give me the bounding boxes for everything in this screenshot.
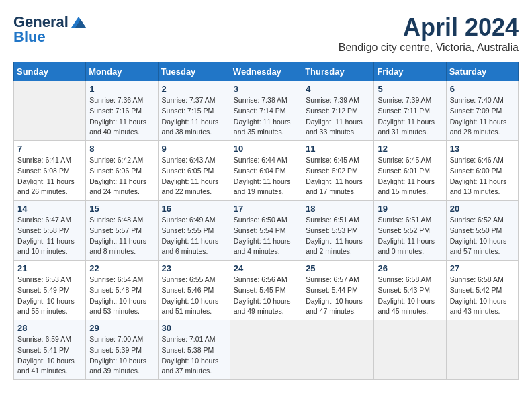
day-number: 23 <box>162 263 226 273</box>
calendar-cell <box>302 320 374 380</box>
day-info: Sunrise: 6:48 AM Sunset: 5:57 PM Dayligh… <box>89 215 154 257</box>
day-info: Sunrise: 6:51 AM Sunset: 5:53 PM Dayligh… <box>306 215 370 257</box>
calendar-cell: 27Sunrise: 6:58 AM Sunset: 5:42 PM Dayli… <box>446 261 518 320</box>
day-number: 30 <box>162 323 226 333</box>
day-info: Sunrise: 6:45 AM Sunset: 6:01 PM Dayligh… <box>378 155 442 197</box>
calendar-cell: 5Sunrise: 7:39 AM Sunset: 7:11 PM Daylig… <box>374 81 446 141</box>
day-number: 25 <box>306 263 370 273</box>
day-info: Sunrise: 6:59 AM Sunset: 5:41 PM Dayligh… <box>17 334 82 377</box>
day-info: Sunrise: 7:39 AM Sunset: 7:11 PM Dayligh… <box>378 95 442 138</box>
day-info: Sunrise: 6:46 AM Sunset: 6:00 PM Dayligh… <box>450 155 515 197</box>
calendar-cell: 9Sunrise: 6:43 AM Sunset: 6:05 PM Daylig… <box>158 141 230 201</box>
calendar-cell: 26Sunrise: 6:58 AM Sunset: 5:43 PM Dayli… <box>374 261 446 320</box>
day-info: Sunrise: 7:01 AM Sunset: 5:38 PM Dayligh… <box>162 334 226 377</box>
calendar-cell: 24Sunrise: 6:56 AM Sunset: 5:45 PM Dayli… <box>230 261 302 320</box>
location-title: Bendigo city centre, Victoria, Australia <box>339 42 519 54</box>
day-info: Sunrise: 6:43 AM Sunset: 6:05 PM Dayligh… <box>162 155 226 197</box>
day-info: Sunrise: 6:54 AM Sunset: 5:48 PM Dayligh… <box>89 275 154 317</box>
day-number: 26 <box>378 263 442 273</box>
day-number: 17 <box>234 203 298 214</box>
day-number: 9 <box>162 144 226 154</box>
day-info: Sunrise: 6:50 AM Sunset: 5:54 PM Dayligh… <box>234 215 298 257</box>
logo-icon <box>71 17 86 28</box>
calendar-cell: 16Sunrise: 6:49 AM Sunset: 5:55 PM Dayli… <box>158 201 230 261</box>
calendar-cell <box>230 320 302 380</box>
day-info: Sunrise: 7:40 AM Sunset: 7:09 PM Dayligh… <box>450 95 515 138</box>
calendar-cell: 8Sunrise: 6:42 AM Sunset: 6:06 PM Daylig… <box>86 141 158 201</box>
day-number: 28 <box>17 323 82 333</box>
day-info: Sunrise: 7:36 AM Sunset: 7:16 PM Dayligh… <box>89 95 154 138</box>
calendar-cell: 3Sunrise: 7:38 AM Sunset: 7:14 PM Daylig… <box>230 81 302 141</box>
calendar-cell: 29Sunrise: 7:00 AM Sunset: 5:39 PM Dayli… <box>86 320 158 380</box>
day-number: 6 <box>450 84 515 94</box>
day-number: 5 <box>378 84 442 94</box>
calendar-cell <box>446 320 518 380</box>
day-info: Sunrise: 7:00 AM Sunset: 5:39 PM Dayligh… <box>89 334 154 377</box>
calendar-cell: 12Sunrise: 6:45 AM Sunset: 6:01 PM Dayli… <box>374 141 446 201</box>
calendar-cell: 22Sunrise: 6:54 AM Sunset: 5:48 PM Dayli… <box>86 261 158 320</box>
day-info: Sunrise: 6:56 AM Sunset: 5:45 PM Dayligh… <box>234 275 298 317</box>
calendar-header-monday: Monday <box>86 62 158 81</box>
day-info: Sunrise: 6:52 AM Sunset: 5:50 PM Dayligh… <box>450 215 515 257</box>
day-info: Sunrise: 6:47 AM Sunset: 5:58 PM Dayligh… <box>17 215 82 257</box>
day-info: Sunrise: 7:38 AM Sunset: 7:14 PM Dayligh… <box>234 95 298 138</box>
day-number: 7 <box>17 144 82 154</box>
calendar-cell <box>374 320 446 380</box>
day-number: 16 <box>162 203 226 214</box>
day-info: Sunrise: 6:53 AM Sunset: 5:49 PM Dayligh… <box>17 275 82 317</box>
calendar-week-2: 7Sunrise: 6:41 AM Sunset: 6:08 PM Daylig… <box>14 141 519 201</box>
calendar-header-tuesday: Tuesday <box>158 62 230 81</box>
day-info: Sunrise: 6:41 AM Sunset: 6:08 PM Dayligh… <box>17 155 82 197</box>
logo-subtext: Blue <box>13 28 46 46</box>
day-number: 11 <box>306 144 370 154</box>
day-number: 21 <box>17 263 82 273</box>
calendar-week-5: 28Sunrise: 6:59 AM Sunset: 5:41 PM Dayli… <box>14 320 519 380</box>
day-number: 22 <box>89 263 154 273</box>
calendar-header-row: SundayMondayTuesdayWednesdayThursdayFrid… <box>14 62 519 81</box>
day-info: Sunrise: 7:39 AM Sunset: 7:12 PM Dayligh… <box>306 95 370 138</box>
day-info: Sunrise: 6:49 AM Sunset: 5:55 PM Dayligh… <box>162 215 226 257</box>
day-number: 12 <box>378 144 442 154</box>
day-info: Sunrise: 6:55 AM Sunset: 5:46 PM Dayligh… <box>162 275 226 317</box>
calendar-cell: 11Sunrise: 6:45 AM Sunset: 6:02 PM Dayli… <box>302 141 374 201</box>
day-number: 19 <box>378 203 442 214</box>
calendar-cell: 30Sunrise: 7:01 AM Sunset: 5:38 PM Dayli… <box>158 320 230 380</box>
calendar-cell: 25Sunrise: 6:57 AM Sunset: 5:44 PM Dayli… <box>302 261 374 320</box>
day-number: 20 <box>450 203 515 214</box>
day-info: Sunrise: 6:42 AM Sunset: 6:06 PM Dayligh… <box>89 155 154 197</box>
day-info: Sunrise: 6:44 AM Sunset: 6:04 PM Dayligh… <box>234 155 298 197</box>
day-number: 3 <box>234 84 298 94</box>
calendar-cell: 1Sunrise: 7:36 AM Sunset: 7:16 PM Daylig… <box>86 81 158 141</box>
calendar-table: SundayMondayTuesdayWednesdayThursdayFrid… <box>13 62 519 380</box>
calendar-cell: 4Sunrise: 7:39 AM Sunset: 7:12 PM Daylig… <box>302 81 374 141</box>
day-number: 13 <box>450 144 515 154</box>
calendar-header-thursday: Thursday <box>302 62 374 81</box>
day-number: 29 <box>89 323 154 333</box>
calendar-week-3: 14Sunrise: 6:47 AM Sunset: 5:58 PM Dayli… <box>14 201 519 261</box>
calendar-cell <box>14 81 86 141</box>
day-number: 14 <box>17 203 82 214</box>
day-info: Sunrise: 6:57 AM Sunset: 5:44 PM Dayligh… <box>306 275 370 317</box>
calendar-cell: 2Sunrise: 7:37 AM Sunset: 7:15 PM Daylig… <box>158 81 230 141</box>
day-number: 10 <box>234 144 298 154</box>
calendar-header-wednesday: Wednesday <box>230 62 302 81</box>
calendar-header-friday: Friday <box>374 62 446 81</box>
calendar-cell: 7Sunrise: 6:41 AM Sunset: 6:08 PM Daylig… <box>14 141 86 201</box>
calendar-header-saturday: Saturday <box>446 62 518 81</box>
day-number: 27 <box>450 263 515 273</box>
calendar-cell: 17Sunrise: 6:50 AM Sunset: 5:54 PM Dayli… <box>230 201 302 261</box>
day-info: Sunrise: 6:45 AM Sunset: 6:02 PM Dayligh… <box>306 155 370 197</box>
header: General Blue April 2024 Bendigo city cen… <box>13 13 519 54</box>
logo: General Blue <box>13 13 86 46</box>
calendar-cell: 21Sunrise: 6:53 AM Sunset: 5:49 PM Dayli… <box>14 261 86 320</box>
calendar-cell: 20Sunrise: 6:52 AM Sunset: 5:50 PM Dayli… <box>446 201 518 261</box>
day-number: 1 <box>89 84 154 94</box>
calendar-header-sunday: Sunday <box>14 62 86 81</box>
calendar-week-1: 1Sunrise: 7:36 AM Sunset: 7:16 PM Daylig… <box>14 81 519 141</box>
calendar-cell: 19Sunrise: 6:51 AM Sunset: 5:52 PM Dayli… <box>374 201 446 261</box>
day-number: 8 <box>89 144 154 154</box>
calendar-cell: 15Sunrise: 6:48 AM Sunset: 5:57 PM Dayli… <box>86 201 158 261</box>
day-number: 18 <box>306 203 370 214</box>
calendar-week-4: 21Sunrise: 6:53 AM Sunset: 5:49 PM Dayli… <box>14 261 519 320</box>
calendar-cell: 10Sunrise: 6:44 AM Sunset: 6:04 PM Dayli… <box>230 141 302 201</box>
